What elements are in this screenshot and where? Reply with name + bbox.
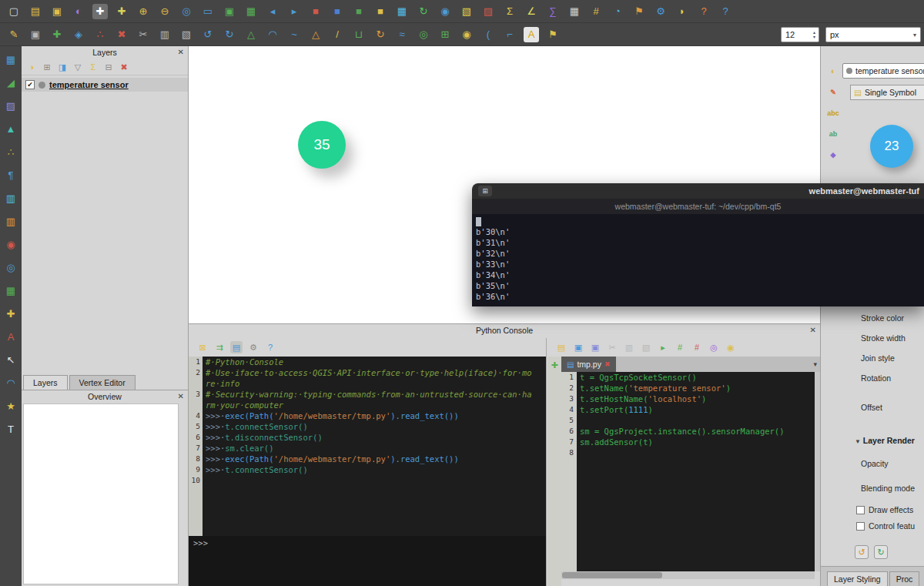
move-feature-icon[interactable]: ◈ [71, 27, 86, 42]
symbology-undo-button[interactable]: ↺ [855, 545, 869, 559]
data-source-manager-icon[interactable]: ▦ [3, 52, 18, 68]
terminal-header[interactable]: ⊞ webmaster@webmaster-tuf [472, 183, 924, 199]
tab-close-icon[interactable]: ✖ [604, 360, 611, 368]
console-output[interactable]: 1#·Python·Console2#·Use·iface·to·access·… [189, 357, 546, 536]
add-part-icon[interactable]: ⊞ [437, 27, 453, 42]
remove-layer-icon[interactable]: ✖ [118, 61, 130, 73]
tab-processing[interactable]: Proc [889, 571, 920, 586]
show-editor-icon[interactable]: ▤ [230, 341, 243, 353]
save-script-icon[interactable]: ▣ [572, 341, 584, 353]
field-calculator-icon[interactable]: # [588, 4, 604, 19]
tab-list-chevron-icon[interactable]: ▾ [813, 357, 817, 372]
add-wms-icon[interactable]: ◉ [3, 237, 18, 253]
polyline-annotation-icon[interactable]: ◠ [3, 376, 18, 391]
close-icon[interactable]: ✕ [178, 390, 184, 403]
layer-visibility-checkbox[interactable]: ✔ [25, 80, 35, 89]
offset-curve-icon[interactable]: ( [480, 27, 496, 42]
pan-map-icon[interactable]: ✚ [92, 4, 108, 19]
rotate-feature-icon[interactable]: ↻ [373, 27, 388, 42]
unit-combo[interactable]: px ▾ [825, 27, 921, 42]
open-script-icon[interactable]: ▤ [555, 341, 567, 353]
overview-map-area[interactable] [23, 404, 179, 584]
symbology-redo-button[interactable]: ↻ [874, 545, 888, 559]
save-edits-icon[interactable]: ▣ [28, 27, 43, 42]
temporal-controller-icon[interactable]: ◔ [610, 4, 625, 19]
text-annotation-icon[interactable]: T [3, 422, 18, 437]
new-map-view-icon[interactable]: ▦ [394, 4, 410, 19]
refresh-map-icon[interactable]: ↻ [416, 4, 431, 19]
zoom-full-icon[interactable]: ▭ [200, 4, 216, 19]
new-layer-icon[interactable]: ✚ [3, 306, 18, 322]
select-annotation-icon[interactable]: ↖ [3, 353, 18, 368]
add-mesh-layer-icon[interactable]: ▲ [3, 122, 18, 137]
close-icon[interactable]: ✕ [810, 324, 816, 337]
clear-console-icon[interactable]: ⊠ [196, 341, 209, 353]
zoom-next-icon[interactable]: ▸ [286, 4, 302, 19]
editor-code[interactable]: 1t = QgsTcpSocketSensor()2t.setName('tem… [561, 372, 815, 571]
add-database-layer-icon[interactable]: ▥ [3, 191, 18, 206]
vertex-tool-icon[interactable]: ∴ [92, 27, 108, 42]
label-pin-icon[interactable]: ⚑ [545, 27, 561, 42]
trim-extend-icon[interactable]: ⌐ [502, 27, 517, 42]
redo-icon[interactable]: ↻ [222, 27, 237, 42]
new-script-icon[interactable]: ✚ [548, 359, 561, 371]
copy-features-icon[interactable]: ▥ [157, 27, 172, 42]
labels-icon[interactable]: abc [825, 105, 841, 121]
project-open-icon[interactable]: ▤ [28, 4, 43, 19]
style-manager-icon[interactable]: ◐ [71, 4, 86, 19]
add-vector-layer-icon[interactable]: ◢ [3, 75, 18, 91]
control-feature-order-checkbox[interactable] [856, 522, 865, 531]
map-theme-green-icon[interactable]: ■ [351, 4, 367, 19]
deselect-features-icon[interactable]: ▨ [480, 4, 496, 19]
stream-digitize-icon[interactable]: ~ [286, 27, 302, 42]
filter-legend-icon[interactable]: ▽ [72, 61, 84, 73]
paste-icon[interactable]: ▧ [640, 341, 652, 353]
callouts-icon[interactable]: ab [825, 126, 841, 142]
terminal-tab[interactable]: webmaster@webmaster-tuf: ~/dev/cpp/bm-qt… [472, 199, 924, 214]
copy-icon[interactable]: ▥ [623, 341, 635, 353]
run-script-icon[interactable]: ▸ [657, 341, 669, 353]
layer-name[interactable]: temperature sensor [49, 80, 129, 89]
select-by-expression-icon[interactable]: Σ [502, 4, 517, 19]
view-3d-icon[interactable]: ◆ [825, 147, 841, 162]
tab-layer-styling[interactable]: Layer Styling [827, 571, 888, 586]
object-inspector-icon[interactable]: ◎ [708, 341, 720, 353]
toggle-editing-icon[interactable]: ✎ [6, 27, 22, 42]
fill-ring-icon[interactable]: ◉ [459, 27, 474, 42]
add-xyz-icon[interactable]: ▦ [3, 283, 18, 299]
symbology-settings-icon[interactable]: ◐ [827, 65, 839, 77]
comment-icon[interactable]: # [674, 341, 686, 353]
metasearch-icon[interactable]: ? [696, 4, 711, 19]
log-messages-icon[interactable]: ⚑ [631, 4, 647, 19]
tab-layers[interactable]: Layers [23, 375, 68, 390]
simplify-feature-icon[interactable]: ≈ [394, 27, 410, 42]
processing-toolbox-icon[interactable]: ⚙ [653, 4, 668, 19]
map-theme-red-icon[interactable]: ■ [308, 4, 323, 19]
scrollbar-thumb[interactable] [562, 572, 662, 578]
zoom-native-icon[interactable]: ◎ [179, 4, 194, 19]
zoom-out-icon[interactable]: ⊖ [157, 4, 172, 19]
font-size-combo[interactable]: 12 ▴▾ [781, 27, 819, 42]
statistics-icon[interactable]: ∑ [545, 4, 561, 19]
attribute-table-icon[interactable]: ▦ [567, 4, 582, 19]
renderer-combo[interactable]: ▤ Single Symbol [850, 85, 924, 100]
manage-map-themes-icon[interactable]: ◨ [56, 61, 69, 73]
add-ring-icon[interactable]: ◎ [416, 27, 431, 42]
font-size-spinner[interactable]: ▴▾ [813, 30, 819, 39]
terminal-new-tab-button[interactable]: ⊞ [478, 186, 492, 196]
paste-features-icon[interactable]: ▧ [179, 27, 194, 42]
expand-tree-icon[interactable]: ⊟ [102, 61, 115, 73]
editor-vertical-scrollbar[interactable] [815, 372, 820, 571]
symbology-icon[interactable]: ✎ [825, 85, 841, 100]
console-options-icon[interactable]: ⚙ [247, 341, 259, 353]
help-icon[interactable]: ? [718, 4, 733, 19]
annotation-icon[interactable]: A [3, 330, 18, 345]
add-raster-layer-icon[interactable]: ▨ [3, 99, 18, 114]
add-point-cloud-icon[interactable]: ∴ [3, 145, 18, 160]
add-feature-icon[interactable]: ✚ [49, 27, 65, 42]
uncomment-icon[interactable]: # [691, 341, 703, 353]
merge-features-icon[interactable]: ⊔ [351, 27, 367, 42]
zoom-layer-icon[interactable]: ▦ [243, 4, 259, 19]
save-as-script-icon[interactable]: ▣ [589, 341, 601, 353]
terminal-output[interactable]: b'30\n'b'31\n'b'32\n'b'33\n'b'34\n'b'35\… [472, 214, 924, 306]
